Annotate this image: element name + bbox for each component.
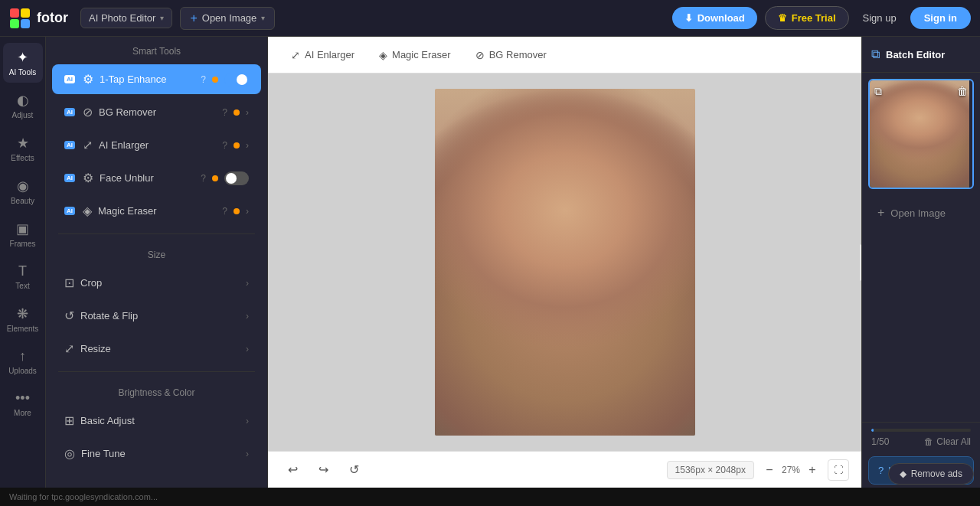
- size-label: Size: [46, 240, 267, 266]
- remove-ads-button[interactable]: ◆ Remove ads: [888, 463, 974, 485]
- tool-basic-adjust[interactable]: ⊞ Basic Adjust ›: [52, 406, 261, 436]
- smart-tools-label: Smart Tools: [46, 37, 267, 63]
- basic-adjust-label: Basic Adjust: [80, 415, 240, 426]
- bg-remover-help-icon[interactable]: ?: [222, 107, 227, 118]
- zoom-out-button[interactable]: −: [760, 461, 779, 479]
- ai-badge-magic: AI: [64, 207, 75, 215]
- download-button[interactable]: ⬇ Download: [672, 7, 757, 29]
- resize-label: Resize: [80, 343, 240, 354]
- right-panel-spacer: [862, 230, 980, 422]
- tab-magic-eraser[interactable]: ◈ Magic Eraser: [368, 43, 462, 67]
- progress-display: 1/50: [871, 436, 889, 447]
- ai-enlarger-icon: ⤢: [83, 138, 93, 152]
- effects-icon: ★: [17, 135, 29, 152]
- zoom-in-button[interactable]: +: [803, 461, 822, 479]
- tool-ai-enlarger[interactable]: AI ⤢ AI Enlarger ? ›: [52, 130, 261, 160]
- tool-face-unblur[interactable]: AI ⚙ Face Unblur ?: [52, 163, 261, 193]
- canvas-image-face: [435, 89, 695, 436]
- signin-label: Sign in: [924, 12, 957, 24]
- canvas-content: ›: [268, 73, 861, 451]
- sidebar-item-adjust-label: Adjust: [12, 111, 34, 119]
- zoom-controls: − 27% +: [760, 461, 822, 479]
- ai-enlarger-dot: [234, 142, 240, 149]
- batch-layers-icon[interactable]: ⧉: [874, 85, 882, 98]
- sidebar-item-frames-label: Frames: [10, 240, 36, 248]
- ai-enlarger-help-icon[interactable]: ?: [222, 140, 227, 151]
- enhance-toggle[interactable]: [224, 73, 249, 87]
- zoom-out-icon: −: [766, 463, 773, 477]
- sidebar-item-frames[interactable]: ▣ Frames: [3, 214, 43, 254]
- collapse-panel-button[interactable]: ›: [860, 244, 861, 281]
- clear-all-label: Clear All: [936, 436, 971, 447]
- batch-item-icons: ⧉ 🗑: [874, 85, 968, 98]
- fullscreen-icon: ⛶: [834, 465, 843, 475]
- tool-resize[interactable]: ⤢ Resize ›: [52, 334, 261, 364]
- reset-button[interactable]: ↺: [341, 458, 366, 482]
- tools-panel: Smart Tools AI ⚙ 1-Tap Enhance ? AI ⊘ BG…: [46, 37, 268, 488]
- app-selector[interactable]: AI Photo Editor ▾: [80, 8, 172, 28]
- right-panel: ⧉ Batch Editor ⧉ 🗑 + Open Image 1/50: [861, 37, 980, 488]
- sidebar-item-uploads-label: Uploads: [8, 367, 37, 375]
- open-image-button[interactable]: + Open Image ▾: [180, 7, 275, 30]
- clear-all-button[interactable]: 🗑 Clear All: [924, 436, 971, 447]
- sidebar-item-beauty-label: Beauty: [11, 197, 34, 205]
- bg-remover-tab-label: BG Remover: [489, 49, 547, 60]
- batch-editor-label: Batch Editor: [886, 49, 945, 60]
- uploads-icon: ↑: [19, 348, 26, 364]
- download-icon: ⬇: [684, 12, 693, 24]
- rotate-label: Rotate & Flip: [80, 310, 240, 322]
- tool-1tap-enhance[interactable]: AI ⚙ 1-Tap Enhance ?: [52, 64, 261, 94]
- enhance-dot: [212, 77, 218, 83]
- signin-button[interactable]: Sign in: [910, 7, 971, 29]
- sidebar-item-uploads[interactable]: ↑ Uploads: [3, 342, 43, 381]
- sidebar-item-adjust[interactable]: ◐ Adjust: [3, 86, 43, 126]
- canvas-toolbar: ↩ ↪ ↺ 1536px × 2048px − 27% + ⛶: [268, 451, 861, 488]
- tool-magic-eraser[interactable]: AI ◈ Magic Eraser ? ›: [52, 196, 261, 226]
- fullscreen-button[interactable]: ⛶: [828, 459, 849, 481]
- ai-tools-icon: ✦: [17, 49, 28, 66]
- bg-remover-dot: [234, 109, 240, 116]
- svg-rect-2: [10, 19, 19, 28]
- signup-button[interactable]: Sign up: [857, 7, 903, 29]
- image-info: 1536px × 2048px: [667, 461, 754, 479]
- enhance-help-icon[interactable]: ?: [201, 74, 206, 85]
- bottom-bar: Waiting for tpc.googlesyndication.com...: [0, 488, 980, 506]
- sidebar-item-ai-tools[interactable]: ✦ AI Tools: [3, 43, 43, 83]
- sidebar-item-beauty[interactable]: ◉ Beauty: [3, 171, 43, 211]
- sidebar-item-effects[interactable]: ★ Effects: [3, 129, 43, 168]
- resize-chevron: ›: [246, 344, 249, 354]
- magic-eraser-help-icon[interactable]: ?: [222, 206, 227, 217]
- crop-icon: ⊡: [64, 276, 74, 290]
- tool-fine-tune[interactable]: ◎ Fine Tune ›: [52, 439, 261, 468]
- ai-enlarger-tab-label: AI Enlarger: [305, 49, 354, 60]
- tool-crop[interactable]: ⊡ Crop ›: [52, 268, 261, 298]
- tab-bg-remover[interactable]: ⊘ BG Remover: [465, 43, 557, 67]
- redo-button[interactable]: ↪: [311, 458, 335, 482]
- crop-chevron: ›: [246, 278, 249, 289]
- ai-badge-bg: AI: [64, 108, 75, 116]
- undo-button[interactable]: ↩: [280, 458, 305, 482]
- tool-bg-remover[interactable]: AI ⊘ BG Remover ? ›: [52, 97, 261, 127]
- face-unblur-label: Face Unblur: [100, 172, 194, 184]
- sidebar-item-text[interactable]: T Text: [3, 257, 43, 296]
- add-image-button[interactable]: + Open Image: [868, 198, 974, 227]
- face-unblur-help-icon[interactable]: ?: [201, 173, 206, 184]
- progress-bar-fill: [871, 429, 874, 432]
- batch-image-item-1[interactable]: ⧉ 🗑: [868, 79, 974, 189]
- zoom-level: 27%: [782, 465, 800, 475]
- sidebar-item-more[interactable]: ••• More: [3, 384, 43, 423]
- crown-icon: ♛: [778, 12, 787, 24]
- basic-adjust-chevron: ›: [246, 416, 249, 426]
- divider-2: [58, 371, 255, 372]
- face-unblur-toggle[interactable]: [224, 171, 249, 185]
- batch-editor-header[interactable]: ⧉ Batch Editor: [862, 37, 980, 73]
- sidebar-item-elements-label: Elements: [7, 325, 39, 333]
- magic-eraser-dot: [234, 208, 240, 214]
- sidebar-item-elements[interactable]: ❋ Elements: [3, 299, 43, 339]
- tab-ai-enlarger[interactable]: ⤢ AI Enlarger: [280, 43, 365, 67]
- sidebar-item-more-label: More: [14, 409, 31, 417]
- batch-delete-icon[interactable]: 🗑: [957, 85, 968, 98]
- free-trial-button[interactable]: ♛ Free Trial: [765, 6, 849, 30]
- tool-rotate-flip[interactable]: ↺ Rotate & Flip ›: [52, 301, 261, 331]
- divider-1: [58, 233, 255, 234]
